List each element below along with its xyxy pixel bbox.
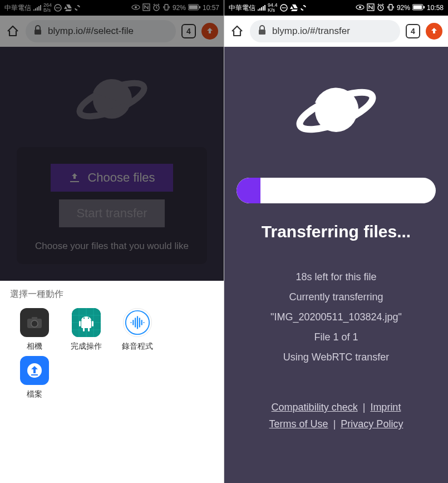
svg-rect-38 (413, 5, 422, 9)
address-bar[interactable]: blymp.io/#/select-file (26, 20, 176, 42)
progress-container (224, 178, 448, 203)
svg-rect-8 (165, 4, 168, 10)
net-speed: 264B/s (43, 3, 52, 13)
battery-pct: 92% (397, 4, 410, 12)
filename-text: "IMG_20200511_103824.jpg" (224, 307, 448, 327)
eye-icon (356, 4, 365, 12)
svg-rect-17 (32, 317, 37, 320)
upload-card: Choose files Start transfer Choose your … (17, 147, 207, 264)
lock-icon (258, 25, 267, 38)
battery-icon (188, 4, 200, 12)
svg-point-21 (88, 318, 89, 319)
sheet-title: 選擇一種動作 (10, 289, 214, 300)
helper-text: Choose your files that you would like (28, 240, 196, 253)
tab-count[interactable]: 4 (181, 24, 196, 38)
currently-label: Currently transferring (224, 287, 448, 307)
files-icon (20, 356, 49, 385)
svg-point-33 (359, 6, 361, 8)
status-bar: 中華電信 264B/s (0, 0, 224, 16)
recorder-icon (123, 308, 152, 337)
svg-rect-40 (259, 30, 265, 35)
upload-icon (68, 172, 81, 183)
vibrate-icon (163, 3, 170, 13)
url-text: blymp.io/#/transfer (272, 26, 350, 37)
eta-text: 18s left for this file (224, 267, 448, 287)
signal-icon (258, 5, 265, 11)
drive-icon (64, 4, 72, 11)
url-text: blymp.io/#/select-file (48, 26, 134, 37)
nfc-icon (367, 3, 375, 13)
svg-point-20 (83, 318, 85, 319)
page-content: Transferring files... 18s left for this … (224, 47, 448, 483)
upload-button[interactable] (201, 23, 218, 40)
link-terms[interactable]: Terms of Use (269, 418, 328, 430)
transfer-status: 18s left for this file Currently transfe… (224, 267, 448, 367)
browser-bar: blymp.io/#/transfer 4 (224, 16, 448, 47)
progress-bar (237, 178, 436, 203)
line-icon (54, 4, 62, 12)
sheet-item-complete[interactable]: 完成操作 (62, 308, 111, 352)
status-bar: 中華電信 94.4K/s (224, 0, 448, 16)
file-count: File 1 of 1 (224, 327, 448, 347)
sheet-item-label: 相機 (27, 341, 42, 352)
svg-point-3 (59, 7, 60, 8)
alarm-icon (377, 3, 385, 13)
svg-rect-10 (189, 5, 198, 9)
sync-icon (300, 4, 307, 11)
app-logo (0, 47, 224, 147)
phone-right: 中華電信 94.4K/s (224, 0, 448, 483)
start-transfer-button[interactable]: Start transfer (59, 199, 165, 227)
link-privacy[interactable]: Privacy Policy (341, 418, 403, 430)
carrier-label: 中華電信 (229, 3, 255, 13)
address-bar[interactable]: blymp.io/#/transfer (250, 20, 400, 42)
battery-icon (412, 4, 425, 12)
svg-point-16 (31, 320, 38, 327)
sheet-item-label: 錄音程式 (122, 341, 153, 352)
alarm-icon (152, 3, 160, 13)
sheet-item-label: 檔案 (27, 389, 42, 399)
link-imprint[interactable]: Imprint (370, 402, 401, 413)
svg-rect-23 (92, 321, 93, 326)
svg-rect-25 (88, 328, 90, 331)
link-compat[interactable]: Compatibility check (272, 402, 358, 413)
home-icon[interactable] (230, 24, 244, 38)
sheet-item-files[interactable]: 檔案 (10, 356, 60, 399)
sync-icon (74, 4, 81, 11)
footer-links: Compatibility check | Imprint Terms of U… (224, 384, 448, 483)
svg-rect-22 (79, 321, 81, 326)
upload-button[interactable] (426, 23, 442, 40)
sheet-item-camera[interactable]: 相機 (10, 308, 60, 352)
browser-bar: blymp.io/#/select-file 4 (0, 16, 224, 47)
signal-icon (33, 5, 41, 11)
tab-count[interactable]: 4 (406, 24, 420, 38)
vibrate-icon (387, 3, 395, 13)
svg-rect-19 (81, 320, 91, 328)
camera-icon (20, 308, 49, 337)
lock-icon (33, 25, 42, 38)
svg-point-29 (282, 7, 283, 8)
app-logo (224, 47, 448, 178)
home-icon[interactable] (6, 24, 20, 38)
phone-left: 中華電信 264B/s (0, 0, 224, 483)
drive-icon (290, 4, 298, 11)
android-icon (72, 308, 101, 337)
eye-icon (131, 4, 140, 12)
battery-pct: 92% (173, 4, 186, 12)
clock: 10:57 (203, 4, 219, 12)
svg-rect-36 (389, 4, 392, 10)
svg-point-2 (57, 7, 58, 8)
svg-point-1 (56, 7, 57, 8)
carrier-label: 中華電信 (4, 3, 31, 13)
svg-point-5 (135, 6, 137, 8)
sheet-item-label: 完成操作 (71, 341, 102, 352)
sheet-item-recorder[interactable]: 錄音程式 (113, 308, 163, 352)
line-icon (280, 4, 288, 12)
clock: 10:58 (427, 4, 444, 12)
svg-rect-24 (83, 328, 85, 331)
svg-rect-39 (424, 6, 425, 8)
method-text: Using WebRTC transfer (224, 347, 448, 367)
progress-fill (237, 178, 260, 203)
action-sheet: 選擇一種動作 相機 完成操作 (0, 281, 224, 483)
choose-files-button[interactable]: Choose files (51, 164, 173, 192)
page-content: Choose files Start transfer Choose your … (0, 47, 224, 281)
